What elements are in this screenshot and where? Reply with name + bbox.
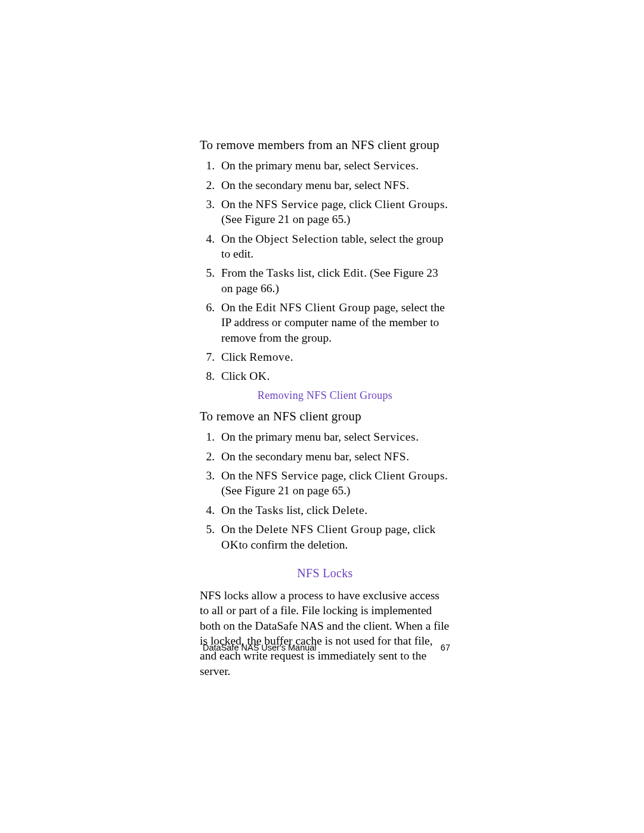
step-text: . [267, 370, 270, 382]
step-text: Click [221, 351, 249, 363]
ui-term: Tasks [267, 267, 295, 279]
ui-term: NFS [384, 450, 407, 463]
step-text: . [406, 179, 409, 191]
step-text: On the [221, 198, 255, 210]
step-text: . [416, 159, 419, 172]
step-item: From the Tasks list, click Edit. (See Fi… [218, 265, 450, 296]
ui-term: Services [373, 431, 416, 443]
step-item: On the secondary menu bar, select NFS. [218, 449, 450, 464]
ui-term: NFS Service [255, 469, 318, 482]
step-text: page, click [318, 469, 374, 482]
step-text: On the primary menu bar, select [221, 431, 373, 443]
step-text: list, click [295, 267, 343, 279]
step-text: . [406, 450, 409, 463]
step-item: On the NFS Service page, click Client Gr… [218, 197, 450, 227]
section-title-removing-groups: Removing NFS Client Groups [200, 389, 450, 402]
ui-term: Object Selection [255, 233, 338, 245]
ui-term: OK [221, 538, 239, 551]
footer-title: DataSafe NAS User's Manual [203, 643, 317, 652]
step-text: page, click [382, 523, 435, 535]
step-item: Click OK. [218, 368, 450, 383]
step-text: . [416, 431, 419, 443]
ui-term: Delete NFS Client Group [255, 523, 382, 535]
step-text: to confirm the deletion. [239, 538, 348, 551]
page-content: To remove members from an NFS client gro… [200, 137, 450, 679]
step-text: page, click [318, 198, 374, 210]
ui-term: OK [249, 370, 267, 382]
ui-term: Edit NFS Client Group [255, 301, 370, 314]
step-text: . [364, 504, 367, 516]
ui-term: Tasks [255, 504, 283, 516]
step-item: On the primary menu bar, select Services… [218, 158, 450, 173]
step-item: On the primary menu bar, select Services… [218, 429, 450, 444]
step-item: On the secondary menu bar, select NFS. [218, 178, 450, 193]
document-page: To remove members from an NFS client gro… [0, 0, 644, 833]
nfs-locks-paragraph: NFS locks allow a process to have exclus… [200, 588, 450, 679]
step-item: On the Object Selection table, select th… [218, 231, 450, 262]
step-text: On the [221, 504, 255, 516]
step-text: On the [221, 301, 255, 314]
page-number: 67 [441, 643, 450, 652]
procedure-steps-remove-group: On the primary menu bar, select Services… [200, 429, 450, 552]
ui-term: Client Groups [374, 469, 445, 482]
step-text: On the [221, 523, 255, 535]
step-text: Click [221, 370, 249, 382]
step-item: On the NFS Service page, click Client Gr… [218, 468, 450, 498]
ui-term: Edit [343, 267, 364, 279]
ui-term: Delete [332, 504, 364, 516]
ui-term: Remove [249, 351, 290, 363]
step-text: On the secondary menu bar, select [221, 179, 384, 191]
page-footer: DataSafe NAS User's Manual 67 [203, 643, 450, 652]
step-text: On the [221, 469, 255, 482]
ui-term: NFS Service [255, 198, 318, 210]
step-item: On the Tasks list, click Delete. [218, 503, 450, 518]
procedure-steps-remove-members: On the primary menu bar, select Services… [200, 158, 450, 383]
step-text: On the secondary menu bar, select [221, 450, 384, 463]
ui-term: NFS [384, 179, 407, 191]
procedure-heading-remove-members: To remove members from an NFS client gro… [200, 137, 450, 153]
procedure-heading-remove-group: To remove an NFS client group [200, 408, 450, 425]
step-text: list, click [284, 504, 332, 516]
step-item: On the Edit NFS Client Group page, selec… [218, 300, 450, 345]
step-text: From the [221, 267, 267, 279]
step-item: On the Delete NFS Client Group page, cli… [218, 522, 450, 552]
step-text: . [290, 351, 293, 363]
ui-term: Client Groups [374, 198, 445, 210]
section-title-nfs-locks: NFS Locks [200, 565, 450, 581]
step-item: Click Remove. [218, 349, 450, 364]
step-text: On the primary menu bar, select [221, 159, 373, 172]
ui-term: Services [373, 159, 416, 172]
step-text: On the [221, 233, 255, 245]
